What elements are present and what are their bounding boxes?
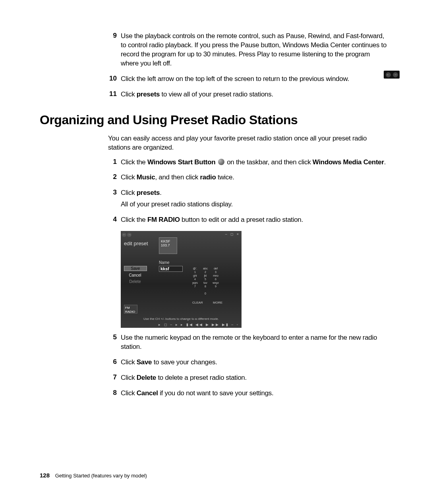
station-tile: KKSF 103.7: [159, 237, 177, 254]
step-list-a: 9Use the playback controls on the remote…: [40, 32, 389, 102]
windows-start-icon: [218, 159, 224, 165]
page-number: 128: [40, 472, 50, 479]
step-body: Click presets to view all of your preset…: [121, 90, 389, 102]
step-body: Click Delete to delete a preset radio st…: [121, 373, 389, 385]
step-number: 6: [108, 358, 121, 369]
delete-button[interactable]: Delete: [124, 279, 146, 284]
step-number: 4: [108, 215, 121, 227]
step-number: 5: [108, 333, 121, 354]
keypad-key[interactable]: 0: [200, 288, 211, 295]
step-list-b-part2: 5Use the numeric keypad on the remote or…: [40, 333, 389, 400]
step-body: Click presets.All of your preset radio s…: [121, 189, 389, 212]
keypad-key[interactable]: @'.1: [190, 267, 200, 274]
step-body: Use the numeric keypad on the remote or …: [121, 333, 389, 354]
step-number: 1: [108, 158, 121, 169]
keypad-key[interactable]: tuv8: [200, 281, 211, 288]
station-frequency: 103.7: [161, 243, 175, 247]
mode-change-hint: Use the CH +/- buttons to change to a di…: [121, 317, 242, 321]
step-body: Click the Windows Start Button on the ta…: [121, 158, 389, 169]
keypad-key[interactable]: [190, 288, 200, 295]
step-body: Click Save to save your changes.: [121, 358, 389, 369]
step-number: 7: [108, 373, 121, 385]
step-number: 3: [108, 189, 121, 212]
step-number: 2: [108, 173, 121, 185]
back-arrow-icon: ←: [386, 72, 391, 77]
step-body: Click Cancel if you do not want to save …: [121, 389, 389, 400]
numbered-step: 2Click Music, and then click radio twice…: [108, 173, 389, 185]
save-button[interactable]: Save: [124, 266, 147, 271]
onscreen-keypad[interactable]: @'.1abc2def3ghi4jkl5mno6pqrs7tuv8wxyz90: [190, 267, 221, 295]
transport-bar-icons: ▸ ◻ – ▸ ▸ ▮◀ ◀◀ ▶ ▶▶ ▶▮ – ◦: [121, 323, 239, 327]
name-field[interactable]: kksf: [159, 266, 183, 272]
window-control-icons: – ◻ ×: [225, 232, 240, 236]
step-number: 9: [108, 32, 121, 71]
footer-text: Getting Started (features vary by model): [55, 473, 147, 479]
edit-preset-screenshot: ← → – ◻ × edit preset KKSF 103.7 Name kk…: [121, 231, 242, 328]
station-callsign: KKSF: [161, 239, 175, 243]
numbered-step: 11Click presets to view all of your pres…: [108, 90, 389, 102]
step-body: Click Music, and then click radio twice.: [121, 173, 389, 185]
section-intro: You can easily access and play your favo…: [108, 134, 389, 152]
section-heading: Organizing and Using Preset Radio Statio…: [40, 113, 389, 127]
page-footer: 128 Getting Started (features vary by mo…: [40, 472, 147, 479]
keypad-key[interactable]: [211, 288, 221, 295]
numbered-step: 4Click the FM RADIO button to edit or ad…: [108, 215, 389, 227]
numbered-step: 9Use the playback controls on the remote…: [108, 32, 389, 71]
numbered-step: 10Click the left arrow on the top left o…: [108, 75, 389, 86]
numbered-step: 3Click presets.All of your preset radio …: [108, 189, 389, 212]
step-body: Click the left arrow on the top left of …: [121, 75, 389, 86]
document-page: 9Use the playback controls on the remote…: [0, 0, 429, 504]
keypad-key[interactable]: wxyz9: [211, 281, 221, 288]
numbered-step: 5Use the numeric keypad on the remote or…: [108, 333, 389, 354]
clear-button[interactable]: CLEAR: [192, 301, 203, 304]
back-navigation-thumbnail: ← →: [384, 71, 400, 79]
keypad-key[interactable]: abc2: [200, 267, 211, 274]
step-list-b-part1: 1Click the Windows Start Button on the t…: [40, 158, 389, 227]
numbered-step: 8Click Cancel if you do not want to save…: [108, 389, 389, 400]
numbered-step: 1Click the Windows Start Button on the t…: [108, 158, 389, 169]
keypad-key[interactable]: ghi4: [190, 274, 200, 281]
step-number: 10: [108, 75, 121, 86]
window-nav-icons: ← →: [122, 233, 131, 237]
numbered-step: 7Click Delete to delete a preset radio s…: [108, 373, 389, 385]
keypad-key[interactable]: pqrs7: [190, 281, 200, 288]
forward-arrow-icon: →: [127, 233, 131, 237]
back-arrow-icon: ←: [122, 233, 126, 237]
screen-title: edit preset: [124, 240, 148, 246]
numbered-step: 6Click Save to save your changes.: [108, 358, 389, 369]
keypad-key[interactable]: def3: [211, 267, 221, 274]
step-body: Click the FM RADIO button to edit or add…: [121, 215, 389, 227]
keypad-key[interactable]: mno6: [211, 274, 221, 281]
step-body: Use the playback controls on the remote …: [121, 32, 389, 71]
name-field-label: Name: [159, 260, 170, 265]
cancel-button[interactable]: Cancel: [124, 273, 146, 277]
step-number: 8: [108, 389, 121, 400]
keypad-key[interactable]: jkl5: [200, 274, 211, 281]
step-number: 11: [108, 90, 121, 102]
more-button[interactable]: MORE: [213, 301, 222, 304]
fm-radio-button[interactable]: FMRADIO: [124, 305, 137, 314]
forward-arrow-icon: →: [393, 72, 398, 77]
